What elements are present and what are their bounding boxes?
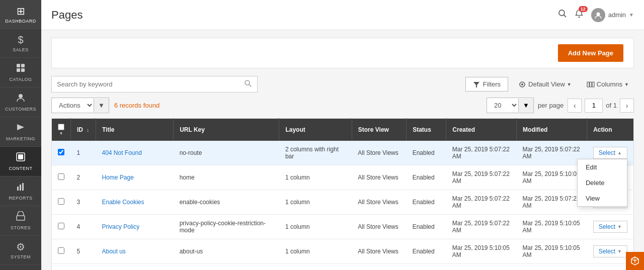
row-modified: Mar 25, 2019 5:07:22 AM	[517, 141, 587, 165]
sidebar-item-catalog[interactable]: CATALOG	[0, 58, 41, 87]
of-pages: of 1	[606, 102, 617, 109]
svg-rect-1	[21, 64, 25, 67]
catalog-icon	[16, 63, 26, 75]
sidebar-item-stores[interactable]: STORES	[0, 206, 41, 236]
next-page-button[interactable]: ›	[620, 99, 634, 113]
sidebar-item-content[interactable]: CONTENT	[0, 147, 41, 176]
user-avatar	[591, 8, 605, 22]
search-button[interactable]	[558, 9, 567, 21]
customers-icon	[16, 93, 26, 105]
th-action: Action	[587, 119, 634, 141]
pagination: ‹ of 1 ›	[568, 99, 634, 113]
th-layout[interactable]: Layout	[279, 119, 352, 141]
notification-count: 12	[579, 6, 588, 12]
row-checkbox[interactable]	[58, 149, 64, 155]
row-checkbox-cell	[52, 141, 71, 165]
action-delete-item[interactable]: Delete	[578, 175, 627, 191]
th-modified[interactable]: Modified	[517, 119, 587, 141]
row-created: Mar 25, 2019 5:07:22 AM	[446, 190, 517, 215]
notifications-button[interactable]: 12	[575, 9, 584, 21]
row-action-button[interactable]: Select ▼	[593, 245, 627, 257]
row-layout: 1 column	[279, 215, 352, 239]
row-title-link[interactable]: Enable Cookies	[102, 199, 144, 206]
svg-rect-22	[590, 82, 592, 87]
actions-select[interactable]: Actions	[52, 98, 94, 113]
row-action-button[interactable]: Select ▲	[593, 147, 627, 159]
row-created: Mar 25, 2019 5:07:22 AM	[446, 165, 517, 190]
per-page-dropdown-btn[interactable]: ▼	[518, 99, 533, 112]
action-chevron-icon: ▼	[617, 224, 622, 229]
svg-rect-0	[17, 64, 20, 67]
row-status: Enabled	[407, 190, 446, 215]
row-layout: 1 column	[279, 165, 352, 190]
row-checkbox[interactable]	[58, 198, 64, 205]
row-title-link[interactable]: Privacy Policy	[102, 223, 139, 230]
sidebar: ⊞ DASHBOARD $ SALES CATALOG CUSTOMERS MA…	[0, 0, 41, 270]
row-action-button[interactable]: Select ▼	[593, 221, 627, 233]
row-status: Enabled	[407, 165, 446, 190]
sidebar-item-reports[interactable]: REPORTS	[0, 176, 41, 206]
user-name: admin	[608, 11, 626, 19]
svg-rect-10	[22, 183, 24, 191]
sidebar-item-label: SALES	[13, 47, 29, 52]
action-chevron-icon: ▼	[617, 249, 622, 254]
th-title[interactable]: Title	[96, 119, 173, 141]
filters-button[interactable]: Filters	[465, 77, 508, 92]
th-url-key[interactable]: URL Key	[174, 119, 279, 141]
th-checkbox-dropdown[interactable]: ▼	[59, 131, 63, 136]
row-checkbox[interactable]	[58, 223, 64, 229]
sidebar-item-customers[interactable]: CUSTOMERS	[0, 87, 41, 117]
sidebar-item-marketing[interactable]: MARKETING	[0, 117, 41, 147]
search-toolbar: Filters Default View ▼ Columns ▼	[51, 76, 634, 93]
row-checkbox[interactable]	[58, 247, 64, 254]
action-edit-item[interactable]: Edit	[578, 159, 627, 175]
svg-rect-9	[20, 185, 21, 191]
row-title-link[interactable]: 404 Not Found	[102, 149, 141, 156]
view-button[interactable]: Default View ▼	[513, 77, 577, 92]
action-dropdown-popup: Edit Delete View	[577, 159, 627, 207]
page-title: Pages	[51, 9, 83, 22]
row-url: privacy-policy-cookie-restriction-mode	[174, 215, 279, 239]
row-checkbox[interactable]	[58, 173, 64, 180]
svg-point-14	[578, 17, 580, 18]
search-icon[interactable]	[244, 79, 252, 89]
prev-page-button[interactable]: ‹	[568, 99, 582, 113]
row-title-link[interactable]: About us	[102, 248, 125, 255]
svg-rect-21	[587, 82, 589, 87]
magento-logo[interactable]	[626, 252, 644, 270]
per-page-select[interactable]: 20 50 100	[487, 98, 518, 113]
actions-dropdown-btn[interactable]: ▼	[94, 99, 109, 112]
row-url: home	[174, 165, 279, 190]
row-title-link[interactable]: Home Page	[102, 174, 133, 181]
actions-select-wrap: Actions ▼	[51, 98, 109, 113]
add-new-page-button[interactable]: Add New Page	[558, 44, 623, 62]
action-view-item[interactable]: View	[578, 191, 627, 206]
columns-button[interactable]: Columns ▼	[582, 77, 634, 92]
main-content: Pages 12 admin ▼ Add New Page	[41, 0, 644, 270]
action-label: Select	[599, 223, 615, 230]
th-store-view[interactable]: Store View	[352, 119, 406, 141]
sidebar-item-dashboard[interactable]: ⊞ DASHBOARD	[0, 0, 41, 29]
page-header: Pages 12 admin ▼	[41, 0, 644, 30]
row-action-select-wrap: Select ▼	[593, 245, 627, 257]
reports-icon	[16, 182, 26, 194]
row-id: 5	[71, 239, 96, 264]
sidebar-item-label: STORES	[11, 225, 31, 230]
page-number-input[interactable]	[585, 99, 603, 113]
user-dropdown-icon: ▼	[629, 12, 634, 18]
sidebar-item-sales[interactable]: $ SALES	[0, 29, 41, 58]
th-id[interactable]: ID ↓	[71, 119, 96, 141]
row-checkbox-cell	[52, 165, 71, 190]
search-input[interactable]	[57, 80, 244, 88]
actions-bar: Actions ▼ 6 records found 20 50 100 ▼ pe…	[51, 98, 634, 113]
user-menu[interactable]: admin ▼	[591, 8, 634, 22]
row-modified: Mar 25, 2019 5:10:05 AM	[517, 264, 587, 271]
th-status[interactable]: Status	[407, 119, 446, 141]
select-all-checkbox[interactable]	[58, 124, 64, 130]
row-checkbox-cell	[52, 190, 71, 215]
row-store: All Store Views	[352, 190, 406, 215]
system-icon: ⚙	[16, 241, 25, 253]
sidebar-item-system[interactable]: ⚙ SYSTEM	[0, 236, 41, 265]
th-created[interactable]: Created	[446, 119, 517, 141]
row-checkbox-cell	[52, 264, 71, 271]
